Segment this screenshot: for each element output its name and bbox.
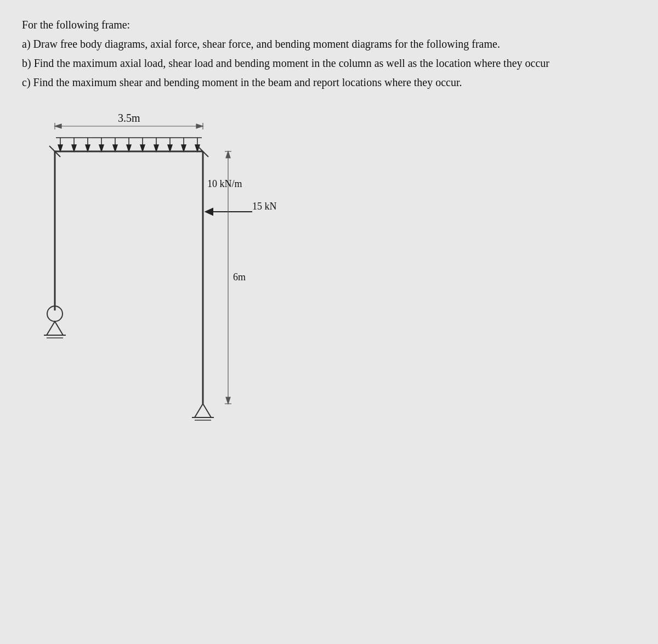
pin-triangle	[47, 321, 63, 335]
svg-marker-17	[140, 145, 145, 151]
label-10kn: 10 kN/m	[207, 178, 242, 189]
label-15kn: 15 kN	[252, 201, 277, 212]
svg-marker-19	[168, 145, 172, 151]
part-b-text: b) Find the maximum axial load, shear lo…	[22, 55, 625, 72]
svg-marker-11	[58, 145, 63, 151]
svg-marker-12	[72, 145, 76, 151]
svg-marker-20	[181, 145, 186, 151]
dimension-6m	[225, 151, 231, 404]
frame-diagram: 3.5m 10 kN/m 15 kN 6m	[22, 108, 351, 437]
label-35m: 3.5m	[118, 112, 140, 124]
svg-marker-18	[154, 145, 158, 151]
svg-marker-14	[99, 145, 104, 151]
intro-text: For the following frame:	[22, 16, 625, 33]
15kn-load	[206, 208, 252, 215]
svg-marker-32	[55, 124, 61, 128]
part-a-text: a) Draw free body diagrams, axial force,…	[22, 36, 625, 53]
part-c-text: c) Find the maximum shear and bending mo…	[22, 74, 625, 91]
svg-marker-38	[226, 397, 230, 404]
svg-marker-13	[86, 145, 90, 151]
svg-marker-37	[226, 151, 230, 158]
distributed-load	[56, 138, 202, 151]
label-6m: 6m	[233, 272, 246, 283]
svg-marker-28	[206, 208, 213, 215]
svg-marker-15	[113, 145, 117, 151]
fixed-support	[195, 404, 211, 417]
svg-marker-33	[196, 124, 203, 128]
svg-marker-16	[127, 145, 131, 151]
